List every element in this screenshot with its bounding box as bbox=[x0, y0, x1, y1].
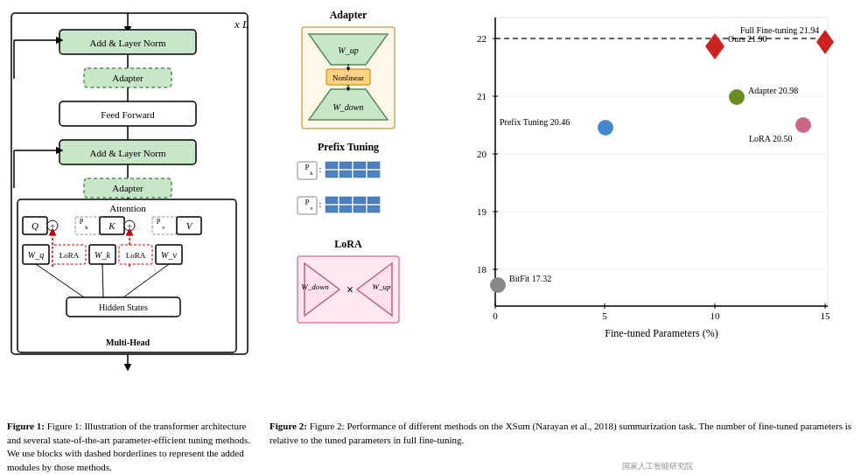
x-axis-label: Fine-tuned Parameters (%) bbox=[605, 327, 718, 339]
lora1-label: LoRA bbox=[60, 251, 80, 260]
lora-wdown-label: W_down bbox=[301, 282, 329, 291]
svg-text:10: 10 bbox=[710, 310, 721, 321]
adapter-point bbox=[729, 89, 745, 105]
svg-rect-62 bbox=[368, 197, 380, 204]
attention-label: Attention bbox=[109, 203, 146, 213]
adapter-label: Adapter 20.98 bbox=[748, 86, 798, 95]
svg-rect-65 bbox=[354, 206, 366, 213]
lora2-label: LoRA bbox=[126, 251, 146, 260]
adapter-title: Adapter bbox=[330, 9, 368, 22]
svg-text:15: 15 bbox=[821, 310, 831, 321]
ours-label: Ours 21.90 bbox=[728, 34, 766, 44]
svg-text:P: P bbox=[304, 198, 309, 206]
adapter-wdown-label: W_down bbox=[333, 102, 364, 112]
svg-line-28 bbox=[36, 264, 84, 297]
multi-head-label: Multi-Head bbox=[106, 338, 150, 347]
add-layer-norm-mid-label: Add & Layer Norm bbox=[89, 148, 166, 158]
figure1-diagram: x L Add & Layer Norm Adapter Feed Forwar… bbox=[7, 9, 265, 376]
figure1-panel: x L Add & Layer Norm Adapter Feed Forwar… bbox=[7, 9, 270, 415]
adapter-diagram-section: Adapter W_up Nonlinear W_down bbox=[270, 9, 427, 130]
svg-rect-51 bbox=[326, 171, 338, 178]
adapter-diagram: W_up Nonlinear W_down bbox=[300, 25, 396, 130]
feed-forward-label: Feed Forward bbox=[101, 109, 155, 120]
svg-rect-48 bbox=[340, 162, 352, 169]
svg-text:18: 18 bbox=[477, 264, 487, 275]
caption1-bold: Figure 1: bbox=[7, 421, 45, 431]
caption2-text: Figure 2: Performance of different metho… bbox=[270, 421, 851, 444]
prefix-label: Prefix Tuning 20.46 bbox=[500, 117, 570, 127]
svg-text::: : bbox=[319, 164, 322, 174]
svg-text::: : bbox=[319, 199, 322, 209]
bitfit-point bbox=[490, 277, 506, 293]
rouge2-chart: 22 21 20 19 18 0 5 10 15 bbox=[436, 9, 852, 359]
svg-rect-50 bbox=[368, 162, 380, 169]
svg-text:v: v bbox=[310, 205, 313, 212]
captions: Figure 1: Figure 1: Illustration of the … bbox=[0, 415, 868, 474]
plus-q: + bbox=[50, 221, 55, 231]
svg-rect-47 bbox=[326, 162, 338, 169]
svg-text:P: P bbox=[304, 163, 309, 171]
bitfit-label: BitFit 17.32 bbox=[509, 274, 551, 283]
wk-label: W_k bbox=[94, 250, 110, 260]
svg-rect-52 bbox=[340, 171, 352, 178]
svg-text:5: 5 bbox=[602, 310, 607, 321]
prefix-diagram: P k : P v : bbox=[296, 157, 401, 227]
caption2: Figure 2: Figure 2: Performance of diffe… bbox=[270, 420, 861, 474]
svg-text:19: 19 bbox=[477, 206, 487, 217]
small-diagrams-panel: Adapter W_up Nonlinear W_down bbox=[270, 9, 427, 415]
chart-container: 22 21 20 19 18 0 5 10 15 bbox=[436, 9, 852, 359]
q-label: Q bbox=[32, 220, 38, 231]
prefix-diagram-section: Prefix Tuning P k : P v : bbox=[270, 141, 427, 227]
plus-k: + bbox=[127, 221, 132, 231]
wv-label: W_v bbox=[161, 250, 177, 260]
svg-rect-70 bbox=[495, 17, 828, 306]
svg-rect-63 bbox=[326, 206, 338, 213]
svg-rect-59 bbox=[326, 197, 338, 204]
lora-title: LoRA bbox=[334, 238, 361, 251]
svg-text:21: 21 bbox=[477, 91, 486, 101]
svg-rect-61 bbox=[354, 197, 366, 204]
lora-wup-label: W_up bbox=[373, 282, 391, 291]
lora-diagram: W_down × W_up bbox=[296, 254, 401, 324]
svg-text:0: 0 bbox=[493, 310, 498, 321]
hidden-states-label: Hidden States bbox=[99, 303, 148, 312]
lora-label: LoRA 20.50 bbox=[749, 134, 792, 143]
chart-area: 22 21 20 19 18 0 5 10 15 bbox=[427, 9, 861, 415]
pk-sub: k bbox=[85, 224, 88, 231]
lora-point bbox=[795, 117, 811, 133]
svg-text:k: k bbox=[310, 170, 313, 177]
svg-rect-66 bbox=[368, 206, 380, 213]
prefix-point bbox=[598, 120, 613, 136]
wq-label: W_q bbox=[28, 250, 44, 260]
add-layer-norm-top-label: Add & Layer Norm bbox=[89, 38, 166, 48]
caption2-bold: Figure 2: bbox=[270, 421, 307, 431]
pk-label: P bbox=[80, 218, 84, 226]
adapter-nonlinear-label: Nonlinear bbox=[332, 73, 364, 82]
svg-rect-64 bbox=[340, 206, 352, 213]
prefix-title: Prefix Tuning bbox=[318, 141, 379, 154]
svg-rect-54 bbox=[368, 171, 380, 178]
adapter-wup-label: W_up bbox=[338, 45, 358, 55]
svg-rect-49 bbox=[354, 162, 366, 169]
pv-sub: v bbox=[162, 224, 165, 231]
adapter-mid-label: Adapter bbox=[112, 183, 144, 193]
pv-label: P bbox=[157, 218, 161, 226]
watermark: 国家人工智能研究院 bbox=[622, 461, 693, 472]
caption1: Figure 1: Figure 1: Illustration of the … bbox=[7, 420, 261, 474]
svg-line-29 bbox=[102, 264, 103, 297]
svg-rect-60 bbox=[340, 197, 352, 204]
adapter-top-label: Adapter bbox=[112, 73, 144, 83]
k-label: K bbox=[108, 220, 116, 231]
lora-diagram-section: LoRA W_down × W_up bbox=[270, 238, 427, 324]
svg-line-30 bbox=[123, 264, 169, 297]
svg-text:22: 22 bbox=[477, 33, 486, 44]
svg-rect-53 bbox=[354, 171, 366, 178]
svg-text:x L: x L bbox=[234, 17, 248, 31]
svg-text:20: 20 bbox=[477, 149, 487, 159]
lora-times: × bbox=[346, 283, 354, 296]
